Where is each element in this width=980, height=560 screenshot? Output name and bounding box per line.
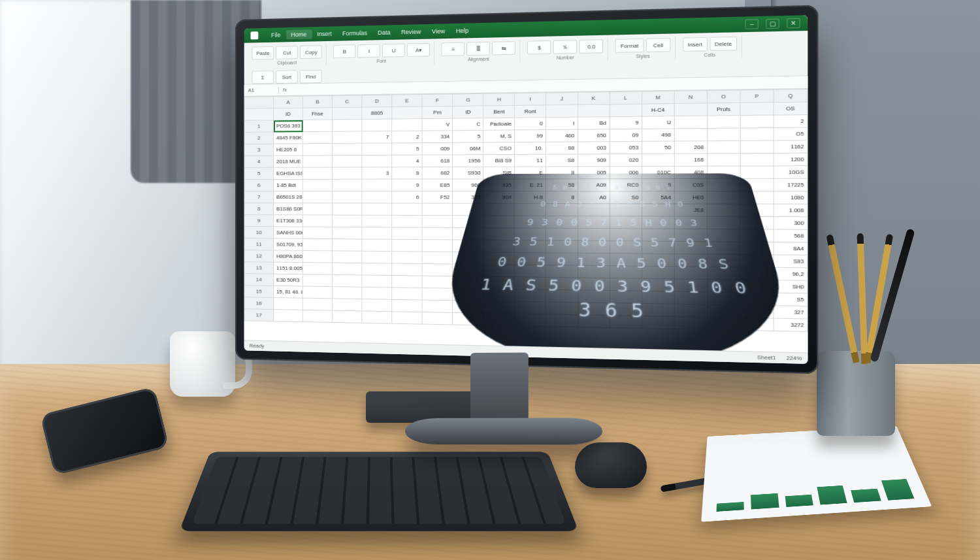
cell[interactable] — [302, 250, 332, 263]
cell[interactable] — [707, 229, 740, 242]
cell[interactable] — [302, 215, 332, 227]
cell[interactable]: 498 — [642, 129, 674, 142]
cell[interactable]: 208 — [674, 141, 707, 154]
cell[interactable] — [707, 216, 740, 229]
cell[interactable] — [546, 105, 578, 117]
cell[interactable] — [362, 263, 392, 276]
menu-tab-file[interactable]: File — [266, 30, 286, 40]
column-header[interactable]: P — [740, 90, 774, 103]
cell[interactable] — [332, 143, 362, 156]
cell[interactable] — [392, 263, 422, 276]
cell[interactable] — [707, 292, 740, 305]
cell[interactable]: M, S — [483, 130, 515, 142]
cell[interactable]: E1T308 330 — [274, 215, 303, 227]
cell[interactable]: 009 — [422, 142, 453, 155]
cell[interactable] — [483, 240, 515, 252]
column-header[interactable]: J — [546, 92, 578, 105]
cell[interactable] — [362, 239, 392, 252]
cell[interactable]: 5 — [453, 130, 483, 142]
menu-tab-help[interactable]: Help — [450, 25, 474, 35]
grid[interactable]: ABCDEFGHIJKLMNOPQIDFhse8805PrnIDBentRont… — [244, 89, 808, 332]
column-header[interactable]: N — [674, 91, 707, 104]
row-header[interactable]: 8 — [244, 203, 273, 215]
column-header[interactable]: A — [274, 96, 303, 108]
cell[interactable] — [302, 298, 332, 310]
row-header[interactable]: 1 — [244, 120, 273, 132]
cell[interactable]: 682 — [422, 167, 453, 179]
cell[interactable] — [392, 312, 422, 324]
cell[interactable]: SH0 — [774, 280, 808, 293]
cell[interactable]: S01709, 9308 — [274, 239, 303, 251]
cell[interactable] — [610, 216, 642, 229]
cell[interactable]: SANHS 0008 — [274, 227, 303, 239]
cell[interactable] — [740, 267, 774, 280]
cell[interactable] — [674, 128, 707, 141]
cell[interactable] — [422, 216, 453, 228]
cell[interactable] — [483, 265, 515, 277]
cell[interactable]: E. 21 — [515, 179, 546, 191]
row-header[interactable]: 6 — [244, 179, 273, 191]
cell[interactable] — [302, 203, 332, 215]
cell[interactable] — [453, 227, 483, 240]
cell[interactable]: Padioale — [483, 118, 515, 130]
cell[interactable]: 8805 — [362, 107, 392, 120]
cell[interactable]: 4845 F80K — [274, 132, 303, 144]
cell[interactable] — [332, 191, 362, 203]
cell[interactable]: 904 — [483, 191, 515, 204]
row-header[interactable]: 16 — [244, 297, 273, 310]
cell[interactable] — [578, 204, 610, 216]
cell[interactable]: C0S — [674, 178, 707, 191]
cell[interactable] — [578, 105, 610, 117]
cell[interactable] — [707, 116, 740, 129]
row-header[interactable]: 3 — [244, 144, 273, 156]
cell[interactable] — [332, 274, 362, 287]
column-header[interactable]: C — [332, 95, 362, 108]
cell[interactable] — [362, 215, 392, 227]
ribbon-button[interactable]: Delete — [710, 37, 737, 51]
cell[interactable] — [707, 204, 740, 216]
cell[interactable]: 11 — [515, 154, 546, 167]
cell[interactable] — [642, 254, 674, 267]
cell[interactable] — [392, 227, 422, 240]
cell[interactable]: I — [546, 117, 578, 129]
ribbon-button[interactable]: ≣ — [467, 42, 491, 56]
cell[interactable] — [302, 227, 332, 239]
cell[interactable] — [578, 278, 610, 291]
cell[interactable] — [422, 252, 453, 264]
cell[interactable] — [302, 156, 332, 167]
cell[interactable]: HE205 8 — [274, 144, 303, 156]
ribbon-button[interactable]: A▾ — [407, 43, 430, 57]
column-header[interactable]: Q — [774, 90, 808, 103]
cell[interactable] — [674, 254, 707, 267]
cell[interactable] — [642, 303, 674, 316]
cell[interactable]: 2 — [774, 115, 808, 128]
cell[interactable] — [707, 128, 740, 141]
cell[interactable] — [302, 167, 332, 179]
column-header[interactable]: B — [302, 95, 332, 108]
cell[interactable]: 568 — [774, 229, 808, 242]
cell[interactable] — [302, 191, 332, 203]
cell[interactable] — [578, 303, 610, 316]
row-header[interactable]: 5 — [244, 167, 273, 179]
cell[interactable] — [610, 204, 642, 216]
cell[interactable] — [740, 280, 774, 293]
cell[interactable] — [362, 143, 392, 156]
cell[interactable] — [483, 216, 515, 228]
cell[interactable]: 650 — [578, 129, 610, 142]
cell[interactable]: 5A4 — [642, 191, 674, 204]
formula-input[interactable] — [291, 82, 808, 90]
ribbon-button[interactable]: ≡ — [442, 42, 465, 56]
cell[interactable]: Bd — [578, 117, 610, 129]
cell[interactable] — [422, 312, 453, 325]
cell[interactable] — [362, 191, 392, 203]
cell[interactable]: 17225 — [774, 178, 808, 191]
cell[interactable] — [610, 229, 642, 241]
maximize-button[interactable]: ▢ — [766, 19, 779, 29]
menu-tab-view[interactable]: View — [427, 26, 451, 36]
cell[interactable] — [362, 275, 392, 288]
cell[interactable] — [740, 166, 774, 179]
cell[interactable] — [642, 204, 674, 216]
cell[interactable] — [546, 240, 578, 253]
cell[interactable] — [578, 265, 610, 278]
cell[interactable]: 2018 MUE — [274, 156, 303, 167]
